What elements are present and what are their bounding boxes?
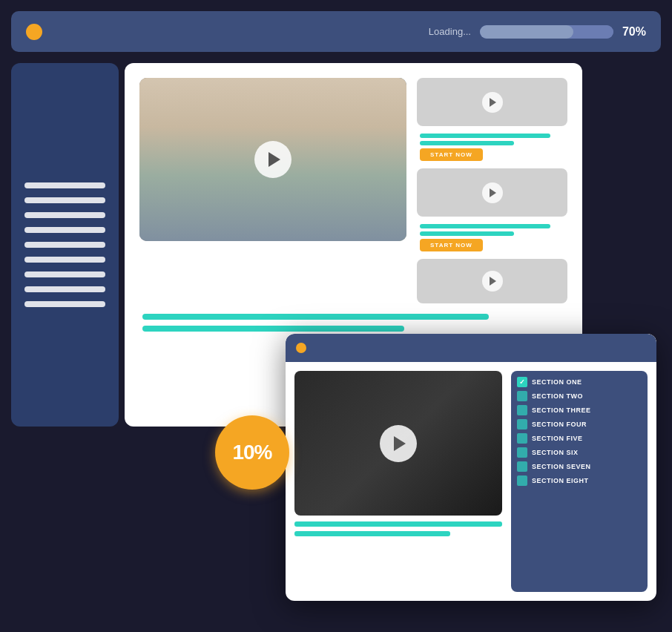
small-video-1[interactable] — [417, 78, 567, 126]
section-label-8: SECTION EIGHT — [532, 477, 589, 484]
small-play-icon-1 — [490, 98, 496, 107]
section-item-6: SECTION SIX — [517, 447, 642, 458]
section-item-5: SECTION FIVE — [517, 433, 642, 444]
section-item-1: ✓ SECTION ONE — [517, 377, 642, 387]
percent-badge: 10% — [215, 415, 289, 490]
right-text-group-1: START NOW — [417, 134, 567, 161]
second-video-area — [294, 371, 502, 592]
loading-bar-track — [480, 25, 613, 39]
small-play-icon-2 — [490, 188, 496, 197]
right-panel: START NOW START NOW — [417, 78, 567, 303]
sidebar — [11, 63, 119, 427]
play-icon — [269, 152, 280, 167]
play-button[interactable] — [254, 141, 291, 178]
second-play-button[interactable] — [380, 425, 417, 462]
section-checkbox-7 — [517, 461, 527, 472]
browser-bar: Loading... 70% — [11, 11, 661, 52]
second-bar-partial — [294, 531, 450, 536]
small-video-3[interactable] — [417, 259, 567, 303]
small-play-icon-3 — [490, 277, 496, 286]
second-window: ✓ SECTION ONE SECTION TWO SECTION THREE … — [286, 334, 656, 601]
small-play-3[interactable] — [482, 271, 503, 292]
second-bar-full — [294, 521, 502, 527]
section-label-5: SECTION FIVE — [532, 435, 583, 442]
sidebar-line-5 — [24, 242, 105, 248]
section-item-2: SECTION TWO — [517, 391, 642, 401]
small-video-2[interactable] — [417, 168, 567, 217]
sidebar-line-1 — [24, 182, 105, 188]
percent-value: 10% — [232, 441, 271, 464]
section-label-3: SECTION THREE — [532, 406, 591, 414]
sidebar-line-4 — [24, 227, 105, 233]
section-item-4: SECTION FOUR — [517, 419, 642, 429]
second-video-frame[interactable] — [294, 371, 502, 516]
right-start-button-2[interactable]: START NOW — [420, 239, 483, 251]
right-start-button-1[interactable]: START NOW — [420, 148, 483, 161]
sidebar-line-2 — [24, 197, 105, 203]
section-label-7: SECTION SEVEN — [532, 463, 591, 470]
section-checkbox-1: ✓ — [517, 377, 527, 387]
section-checkbox-3 — [517, 405, 527, 415]
sidebar-line-9 — [24, 301, 105, 307]
loading-text: Loading... — [429, 26, 471, 37]
second-window-dot — [296, 343, 306, 353]
section-checkbox-5 — [517, 433, 527, 444]
content-row: START NOW START NOW — [139, 78, 567, 303]
right-bar-medium-1 — [420, 141, 514, 145]
sidebar-line-6 — [24, 257, 105, 263]
second-play-icon — [394, 436, 406, 451]
right-text-group-2: START NOW — [417, 224, 567, 251]
second-window-content: ✓ SECTION ONE SECTION TWO SECTION THREE … — [286, 362, 656, 601]
right-bar-long-1 — [420, 134, 550, 138]
section-list-container: ✓ SECTION ONE SECTION TWO SECTION THREE … — [511, 371, 648, 592]
section-checkbox-6 — [517, 447, 527, 458]
sidebar-line-3 — [24, 212, 105, 218]
section-label-6: SECTION SIX — [532, 449, 579, 456]
sidebar-line-7 — [24, 271, 105, 277]
loading-bar-fill — [480, 25, 613, 39]
small-play-1[interactable] — [482, 92, 503, 113]
section-label-4: SECTION FOUR — [532, 421, 587, 428]
section-item-8: SECTION EIGHT — [517, 475, 642, 486]
section-checkbox-2 — [517, 391, 527, 401]
section-item-7: SECTION SEVEN — [517, 461, 642, 472]
section-item-3: SECTION THREE — [517, 405, 642, 415]
section-checkbox-4 — [517, 419, 527, 429]
main-video[interactable] — [139, 78, 406, 241]
section-label-1: SECTION ONE — [532, 378, 582, 386]
second-window-bar — [286, 334, 656, 362]
right-bar-medium-2 — [420, 231, 514, 236]
loading-container: Loading... 70% — [429, 25, 646, 39]
right-bar-long-2 — [420, 224, 550, 228]
section-checkbox-8 — [517, 475, 527, 486]
section-label-2: SECTION TWO — [532, 392, 583, 400]
browser-dot — [26, 24, 42, 40]
second-progress-bars — [294, 521, 502, 536]
sidebar-line-8 — [24, 286, 105, 292]
progress-bar-partial — [142, 326, 404, 332]
progress-area — [139, 314, 567, 332]
check-icon-1: ✓ — [519, 378, 525, 386]
small-play-2[interactable] — [482, 182, 503, 203]
loading-percent: 70% — [622, 25, 646, 39]
progress-bar-full — [142, 314, 489, 320]
